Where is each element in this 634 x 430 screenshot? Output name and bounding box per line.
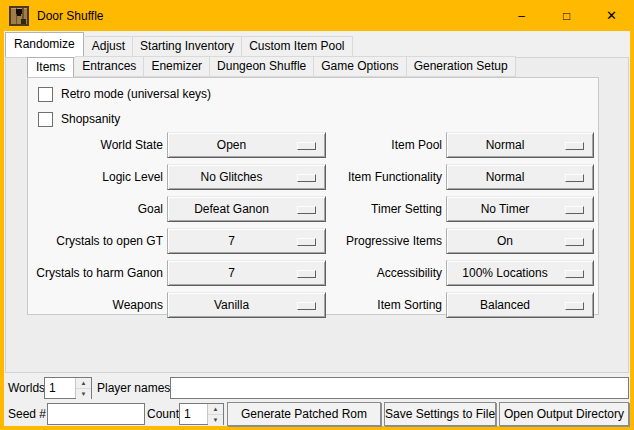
dropdown-indicator-icon xyxy=(565,174,584,182)
item-functionality-dropdown[interactable]: Normal xyxy=(446,164,594,190)
world-state-dropdown[interactable]: Open xyxy=(167,132,326,158)
accessibility-dropdown[interactable]: 100% Locations xyxy=(446,260,594,286)
seed-label: Seed # xyxy=(8,403,46,425)
spin-up-icon[interactable]: ▲ xyxy=(208,404,223,415)
tab-starting-inventory[interactable]: Starting Inventory xyxy=(133,36,242,57)
spin-down-icon[interactable]: ▼ xyxy=(76,389,91,399)
dropdown-value: No Glitches xyxy=(168,165,295,189)
crystals-harm-ganon-label: Crystals to harm Ganon xyxy=(28,260,163,286)
open-output-directory-button[interactable]: Open Output Directory xyxy=(499,402,629,426)
minimize-button-icon[interactable]: – xyxy=(499,0,544,31)
client-area: Randomize Adjust Starting Inventory Cust… xyxy=(4,31,630,426)
seed-input[interactable] xyxy=(47,403,145,425)
dropdown-value: Normal xyxy=(447,165,563,189)
checkbox-icon[interactable] xyxy=(38,112,53,127)
weapons-label: Weapons xyxy=(28,292,163,318)
dropdown-value: On xyxy=(447,229,563,253)
player-names-input[interactable] xyxy=(170,377,629,399)
tab-randomize[interactable]: Randomize xyxy=(5,32,84,57)
item-functionality-label: Item Functionality xyxy=(330,164,442,190)
item-sorting-dropdown[interactable]: Balanced xyxy=(446,292,594,318)
player-names-label: Player names xyxy=(97,377,170,399)
crystals-open-gt-dropdown[interactable]: 7 xyxy=(167,228,326,254)
worlds-label: Worlds xyxy=(8,377,45,399)
weapons-dropdown[interactable]: Vanilla xyxy=(167,292,326,318)
progressive-items-label: Progressive Items xyxy=(330,228,442,254)
shopsanity-label: Shopsanity xyxy=(61,112,120,126)
randomize-pane: Items Entrances Enemizer Dungeon Shuffle… xyxy=(5,57,629,373)
tab-entrances[interactable]: Entrances xyxy=(75,56,144,77)
item-pool-dropdown[interactable]: Normal xyxy=(446,132,594,158)
crystals-harm-ganon-dropdown[interactable]: 7 xyxy=(167,260,326,286)
maximize-button-icon[interactable]: □ xyxy=(544,0,589,31)
spinner-buttons: ▲ ▼ xyxy=(75,378,91,398)
accessibility-label: Accessibility xyxy=(330,260,442,286)
retro-mode-checkbox[interactable]: Retro mode (universal keys) xyxy=(38,87,211,101)
items-pane: Retro mode (universal keys) Shopsanity W… xyxy=(27,77,599,315)
dropdown-value: 7 xyxy=(168,261,295,285)
count-spinbox[interactable]: 1 ▲ ▼ xyxy=(179,403,224,425)
dropdown-indicator-icon xyxy=(565,270,584,278)
spinner-buttons: ▲ ▼ xyxy=(207,404,223,424)
count-value: 1 xyxy=(184,404,191,424)
close-button-icon[interactable]: ✕ xyxy=(589,0,634,31)
dropdown-value: Balanced xyxy=(447,293,563,317)
worlds-spinbox[interactable]: 1 ▲ ▼ xyxy=(44,377,92,399)
count-label: Count xyxy=(147,403,179,425)
dropdown-value: Normal xyxy=(447,133,563,157)
logic-level-label: Logic Level xyxy=(28,164,163,190)
tab-adjust[interactable]: Adjust xyxy=(85,36,133,57)
tab-dungeon-shuffle[interactable]: Dungeon Shuffle xyxy=(210,56,314,77)
dropdown-value: 7 xyxy=(168,229,295,253)
dropdown-value: Defeat Ganon xyxy=(168,197,295,221)
dropdown-value: Open xyxy=(168,133,295,157)
goal-dropdown[interactable]: Defeat Ganon xyxy=(167,196,326,222)
app-window: Door Shuffle – □ ✕ Randomize Adjust Star… xyxy=(0,0,634,430)
app-door-icon xyxy=(9,6,29,26)
tab-game-options[interactable]: Game Options xyxy=(314,56,406,77)
save-settings-button[interactable]: Save Settings to File xyxy=(384,402,496,426)
timer-setting-label: Timer Setting xyxy=(330,196,442,222)
worlds-value: 1 xyxy=(49,378,56,398)
dropdown-indicator-icon xyxy=(297,174,316,182)
dropdown-indicator-icon xyxy=(297,142,316,150)
dropdown-indicator-icon xyxy=(297,238,316,246)
dropdown-indicator-icon xyxy=(565,302,584,310)
progressive-items-dropdown[interactable]: On xyxy=(446,228,594,254)
timer-setting-dropdown[interactable]: No Timer xyxy=(446,196,594,222)
item-sorting-label: Item Sorting xyxy=(330,292,442,318)
dropdown-indicator-icon xyxy=(297,206,316,214)
item-pool-label: Item Pool xyxy=(330,132,442,158)
title-bar: Door Shuffle – □ ✕ xyxy=(0,0,634,31)
dropdown-indicator-icon xyxy=(565,142,584,150)
dropdown-value: No Timer xyxy=(447,197,563,221)
checkbox-icon[interactable] xyxy=(38,87,53,102)
spin-down-icon[interactable]: ▼ xyxy=(208,415,223,425)
tab-generation-setup[interactable]: Generation Setup xyxy=(407,56,516,77)
goal-label: Goal xyxy=(28,196,163,222)
world-state-label: World State xyxy=(28,132,163,158)
spin-up-icon[interactable]: ▲ xyxy=(76,378,91,389)
tab-enemizer[interactable]: Enemizer xyxy=(144,56,210,77)
retro-mode-label: Retro mode (universal keys) xyxy=(61,87,211,101)
dropdown-indicator-icon xyxy=(565,206,584,214)
crystals-open-gt-label: Crystals to open GT xyxy=(28,228,163,254)
dropdown-indicator-icon xyxy=(297,302,316,310)
tab-items[interactable]: Items xyxy=(27,57,74,77)
generate-patched-rom-button[interactable]: Generate Patched Rom xyxy=(227,402,381,426)
logic-level-dropdown[interactable]: No Glitches xyxy=(167,164,326,190)
dropdown-indicator-icon xyxy=(565,238,584,246)
main-tab-bar: Randomize Adjust Starting Inventory Cust… xyxy=(5,32,353,57)
randomize-sub-tab-bar: Items Entrances Enemizer Dungeon Shuffle… xyxy=(27,58,516,77)
dropdown-indicator-icon xyxy=(297,270,316,278)
shopsanity-checkbox[interactable]: Shopsanity xyxy=(38,112,120,126)
caption-buttons: – □ ✕ xyxy=(499,0,634,31)
dropdown-value: 100% Locations xyxy=(447,261,563,285)
window-title: Door Shuffle xyxy=(37,9,104,23)
dropdown-value: Vanilla xyxy=(168,293,295,317)
tab-custom-item-pool[interactable]: Custom Item Pool xyxy=(242,36,352,57)
